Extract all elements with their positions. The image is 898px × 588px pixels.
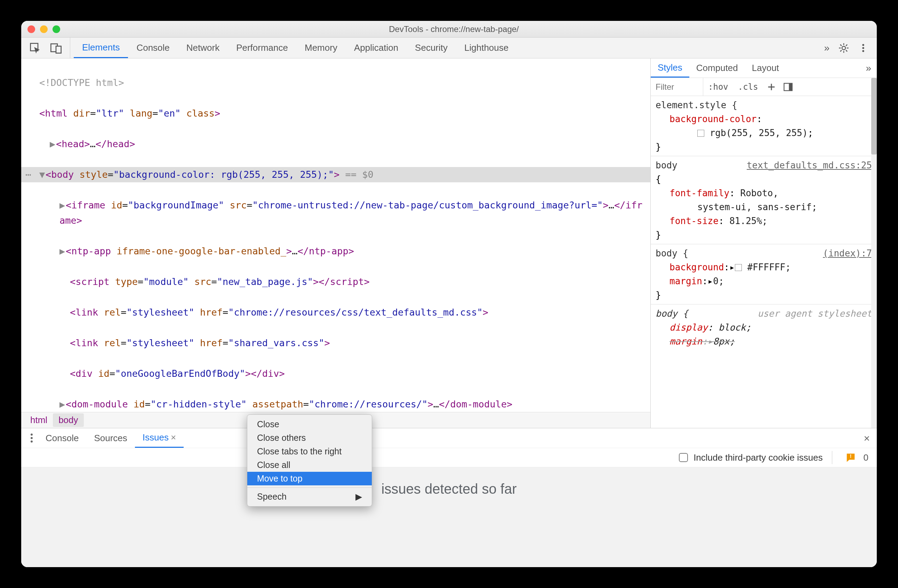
tab-console[interactable]: Console	[128, 38, 178, 58]
toggle-sidebar-icon[interactable]	[780, 82, 797, 92]
settings-gear-icon[interactable]	[838, 43, 849, 53]
tab-network[interactable]: Network	[178, 38, 228, 58]
ctx-close-others[interactable]: Close others	[247, 431, 372, 445]
tab-application[interactable]: Application	[346, 38, 407, 58]
svg-point-11	[31, 440, 33, 443]
svg-point-10	[31, 437, 33, 439]
drawer-tab-sources[interactable]: Sources	[86, 428, 135, 448]
ctx-close[interactable]: Close	[247, 417, 372, 431]
close-window-button[interactable]	[28, 25, 35, 33]
styles-scrollbar[interactable]	[871, 78, 877, 428]
styles-tab-computed[interactable]: Computed	[689, 58, 745, 78]
ctx-speech[interactable]: Speech▶	[247, 490, 372, 503]
svg-text:!: !	[850, 453, 851, 459]
styles-tab-layout[interactable]: Layout	[745, 58, 786, 78]
issues-body: issues detected so far	[21, 467, 877, 567]
breadcrumb-body[interactable]: body	[53, 413, 83, 427]
dom-doctype: <!DOCTYPE html>	[39, 77, 124, 88]
dom-node-body[interactable]: ⋯▼<body style="background-color: rgb(255…	[21, 167, 650, 182]
tab-context-menu: Close Close others Close tabs to the rig…	[247, 414, 372, 506]
dom-node-iframe[interactable]: ▶<iframe id="backgroundImage" src="chrom…	[21, 198, 650, 228]
tab-security[interactable]: Security	[407, 38, 456, 58]
drawer-tab-issues[interactable]: Issues×	[135, 428, 184, 448]
close-tab-icon[interactable]: ×	[171, 432, 176, 443]
breadcrumb-html[interactable]: html	[25, 413, 53, 427]
issues-message-icon[interactable]: !	[841, 452, 856, 463]
ctx-close-right[interactable]: Close tabs to the right	[247, 445, 372, 458]
dom-tree[interactable]: <!DOCTYPE html> <html dir="ltr" lang="en…	[21, 58, 650, 412]
issue-count: 0	[864, 452, 869, 463]
new-style-rule-icon[interactable]	[763, 82, 780, 92]
dom-node-div[interactable]: <div id="oneGoogleBarEndOfBody"></div>	[21, 366, 650, 381]
tab-lighthouse[interactable]: Lighthouse	[456, 38, 517, 58]
svg-point-3	[842, 46, 846, 50]
kebab-menu-icon[interactable]	[858, 43, 869, 53]
window-titlebar: DevTools - chrome://new-tab-page/	[21, 21, 877, 38]
svg-point-4	[862, 44, 864, 46]
drawer-menu-icon[interactable]	[25, 433, 38, 443]
tab-elements[interactable]: Elements	[74, 38, 128, 58]
source-link[interactable]: (index):7	[823, 246, 872, 260]
svg-point-9	[31, 434, 33, 436]
main-toolbar: Elements Console Network Performance Mem…	[21, 38, 877, 58]
drawer-panel: Console Sources Issues× × Include third-…	[21, 428, 877, 567]
svg-rect-8	[789, 83, 792, 91]
styles-more-tabs-icon[interactable]: »	[860, 63, 877, 74]
tab-performance[interactable]: Performance	[228, 38, 296, 58]
third-party-cookie-label: Include third-party cookie issues	[693, 452, 823, 463]
ctx-close-all[interactable]: Close all	[247, 458, 372, 472]
inspect-element-icon[interactable]	[29, 42, 41, 54]
dom-node-dm1[interactable]: ▶<dom-module id="cr-hidden-style" assetp…	[21, 397, 650, 412]
source-link[interactable]: text_defaults_md.css:25	[747, 158, 872, 172]
window-title: DevTools - chrome://new-tab-page/	[37, 25, 870, 34]
drawer-close-icon[interactable]: ×	[864, 433, 870, 444]
dom-node-script[interactable]: <script type="module" src="new_tab_page.…	[21, 274, 650, 289]
dom-node-ntp-app[interactable]: ▶<ntp-app iframe-one-google-bar-enabled_…	[21, 243, 650, 259]
styles-tab-styles[interactable]: Styles	[651, 58, 689, 78]
svg-rect-2	[56, 46, 61, 53]
hov-toggle[interactable]: :hov	[703, 82, 733, 92]
cls-toggle[interactable]: .cls	[733, 82, 763, 92]
styles-filter-input[interactable]	[651, 82, 703, 92]
more-tabs-icon[interactable]: »	[824, 42, 829, 54]
styles-rules[interactable]: element.style { background-color: rgb(25…	[651, 96, 877, 428]
ctx-move-to-top[interactable]: Move to top	[247, 472, 372, 485]
third-party-cookie-checkbox[interactable]	[679, 453, 688, 462]
dom-node-head[interactable]: ▶<head>…</head>	[21, 136, 650, 152]
drawer-tab-console[interactable]: Console	[38, 428, 86, 448]
dom-node-link2[interactable]: <link rel="stylesheet" href="shared_vars…	[21, 336, 650, 351]
tab-memory[interactable]: Memory	[296, 38, 346, 58]
device-toolbar-icon[interactable]	[51, 42, 62, 54]
svg-point-6	[862, 50, 864, 52]
elements-panel: <!DOCTYPE html> <html dir="ltr" lang="en…	[21, 58, 651, 428]
issues-empty-text: issues detected so far	[381, 481, 517, 497]
dom-node-link1[interactable]: <link rel="stylesheet" href="chrome://re…	[21, 305, 650, 320]
submenu-arrow-icon: ▶	[355, 492, 362, 502]
styles-panel: Styles Computed Layout » :hov .cls eleme…	[651, 58, 877, 428]
svg-point-5	[862, 47, 864, 49]
dom-node-html[interactable]: <html dir="ltr" lang="en" class>	[21, 106, 650, 121]
